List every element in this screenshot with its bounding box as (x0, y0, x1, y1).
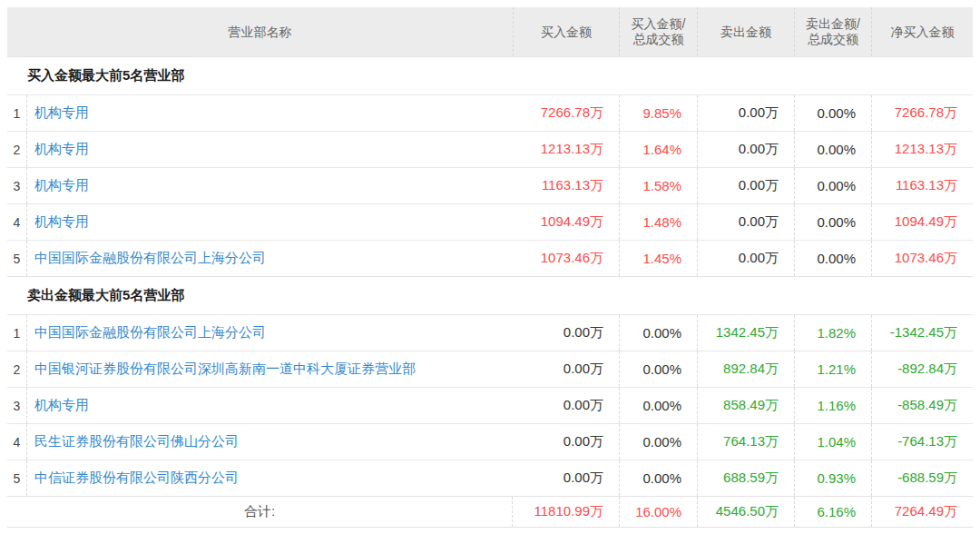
rank-number: 5 (7, 241, 27, 276)
branch-name-link[interactable]: 机构专用 (27, 397, 513, 414)
cell-net-amount: 1213.13万 (871, 132, 973, 167)
table-row: 4 民生证券股份有限公司佛山分公司 0.00万 0.00% 764.13万 1.… (7, 423, 973, 460)
cell-sell-amount: 0.00万 (697, 95, 794, 131)
section-header-row: 卖出金额最大前5名营业部 (7, 276, 973, 314)
table-row: 1 机构专用 7266.78万 9.85% 0.00万 0.00% 7266.7… (7, 94, 973, 131)
column-header-buy_pct: 买入金额/总成交额 (619, 7, 697, 56)
cell-net-amount: 1094.49万 (871, 204, 973, 240)
cell-sell-amount: 858.49万 (697, 388, 794, 423)
table-row: 2 机构专用 1213.13万 1.64% 0.00万 0.00% 1213.1… (7, 131, 973, 167)
cell-sell-ratio: 1.04% (794, 424, 871, 460)
cell-sell-amount: 0.00万 (697, 132, 794, 167)
cell-sell-ratio: 0.93% (794, 460, 871, 496)
rank-number: 3 (7, 388, 27, 423)
cell-sell-ratio: 0.00% (794, 168, 871, 203)
cell-buy-ratio: 9.85% (619, 95, 697, 131)
cell-buy-amount: 0.00万 (513, 388, 619, 423)
cell-buy-amount: 1073.46万 (513, 241, 619, 276)
cell-net-amount: -764.13万 (871, 424, 973, 460)
cell-sell-amount: 0.00万 (697, 241, 794, 276)
cell-buy-ratio: 0.00% (619, 460, 697, 496)
cell-sell-ratio: 1.16% (794, 388, 871, 423)
cell-sell-amount: 892.84万 (697, 351, 794, 387)
table-row: 5 中国国际金融股份有限公司上海分公司 1073.46万 1.45% 0.00万… (7, 240, 973, 276)
cell-buy-ratio: 1.64% (619, 132, 697, 167)
cell-buy-amount: 1094.49万 (513, 204, 619, 240)
cell-net-amount: -858.49万 (871, 388, 973, 423)
cell-sell-amount: 764.13万 (697, 424, 794, 460)
cell-sell-ratio: 0.00% (794, 204, 871, 240)
cell-sell-ratio: 1.21% (794, 351, 871, 387)
cell-sell-amount: 0.00万 (697, 204, 794, 240)
cell-net-amount: 7266.78万 (871, 95, 973, 131)
branch-name-link[interactable]: 机构专用 (27, 104, 513, 122)
table-row: 5 中信证券股份有限公司陕西分公司 0.00万 0.00% 688.59万 0.… (7, 460, 973, 496)
table-header-row: 营业部名称 买入金额买入金额/总成交额卖出金额卖出金额/总成交额净买入金额 (7, 7, 973, 56)
cell-sell-amount: 0.00万 (697, 168, 794, 203)
column-header-branch-name: 营业部名称 (7, 7, 513, 56)
branch-name-link[interactable]: 中国银河证券股份有限公司深圳高新南一道中科大厦证券营业部 (27, 361, 513, 378)
rank-number: 4 (7, 204, 27, 240)
rank-number: 4 (7, 424, 27, 460)
cell-sell-ratio: 0.00% (794, 95, 871, 131)
cell-buy-ratio: 0.00% (619, 424, 697, 460)
branch-name-link[interactable]: 民生证券股份有限公司佛山分公司 (27, 433, 513, 450)
rank-number: 5 (7, 460, 27, 496)
cell-buy-ratio: 0.00% (619, 315, 697, 351)
cell-buy-amount: 0.00万 (513, 424, 619, 460)
table-row: 4 机构专用 1094.49万 1.48% 0.00万 0.00% 1094.4… (7, 203, 973, 240)
cell-buy-amount: 0.00万 (513, 315, 619, 351)
cell-sell-amount-total: 4546.50万 (697, 497, 794, 527)
branch-name-link[interactable]: 中国国际金融股份有限公司上海分公司 (27, 324, 513, 341)
broker-branch-table: 营业部名称 买入金额买入金额/总成交额卖出金额卖出金额/总成交额净买入金额 买入… (7, 7, 973, 528)
cell-buy-ratio: 1.48% (619, 204, 697, 240)
section-title: 卖出金额最大前5名营业部 (7, 287, 973, 304)
table-body: 买入金额最大前5名营业部 1 机构专用 7266.78万 9.85% 0.00万… (7, 56, 973, 527)
cell-sell-amount: 688.59万 (697, 460, 794, 496)
rank-number: 3 (7, 168, 27, 203)
column-header-buy: 买入金额 (513, 7, 619, 56)
branch-name-link[interactable]: 机构专用 (27, 177, 513, 194)
column-header-sell_pct: 卖出金额/总成交额 (794, 7, 871, 56)
branch-name-link[interactable]: 中信证券股份有限公司陕西分公司 (27, 470, 513, 487)
cell-sell-ratio: 0.00% (794, 132, 871, 167)
cell-sell-ratio: 0.00% (794, 241, 871, 276)
cell-buy-amount: 7266.78万 (513, 95, 619, 131)
cell-buy-ratio: 1.58% (619, 168, 697, 203)
branch-name-link[interactable]: 机构专用 (27, 141, 513, 158)
cell-net-amount: 1163.13万 (871, 168, 973, 203)
table-row: 3 机构专用 1163.13万 1.58% 0.00万 0.00% 1163.1… (7, 167, 973, 203)
cell-sell-ratio: 1.82% (794, 315, 871, 351)
section-title: 买入金额最大前5名营业部 (7, 67, 973, 84)
cell-buy-amount: 0.00万 (513, 351, 619, 387)
column-header-sell: 卖出金额 (697, 7, 794, 56)
cell-sell-ratio-total: 6.16% (794, 497, 871, 527)
branch-name-link[interactable]: 机构专用 (27, 213, 513, 231)
table-row: 1 中国国际金融股份有限公司上海分公司 0.00万 0.00% 1342.45万… (7, 314, 973, 351)
cell-net-amount: -1342.45万 (871, 315, 973, 351)
cell-sell-amount: 1342.45万 (697, 315, 794, 351)
cell-buy-ratio: 0.00% (619, 351, 697, 387)
cell-buy-amount: 1213.13万 (513, 132, 619, 167)
cell-buy-amount: 0.00万 (513, 460, 619, 496)
broker-branch-ranking-panel: 营业部名称 买入金额买入金额/总成交额卖出金额卖出金额/总成交额净买入金额 买入… (0, 0, 980, 534)
total-label: 合计: (7, 497, 513, 527)
cell-net-amount: -688.59万 (871, 460, 973, 496)
cell-buy-amount: 1163.13万 (513, 168, 619, 203)
section-header-row: 买入金额最大前5名营业部 (7, 56, 973, 94)
cell-net-amount: -892.84万 (871, 351, 973, 387)
column-header-net: 净买入金额 (871, 7, 973, 56)
table-row: 2 中国银河证券股份有限公司深圳高新南一道中科大厦证券营业部 0.00万 0.0… (7, 351, 973, 387)
branch-name-link[interactable]: 中国国际金融股份有限公司上海分公司 (27, 250, 513, 267)
cell-net-amount: 1073.46万 (871, 241, 973, 276)
total-row: 合计: 11810.99万 16.00% 4546.50万 6.16% 7264… (7, 496, 973, 527)
cell-buy-amount-total: 11810.99万 (513, 497, 619, 527)
rank-number: 2 (7, 351, 27, 387)
cell-buy-ratio-total: 16.00% (619, 497, 697, 527)
cell-net-amount-total: 7264.49万 (871, 497, 973, 527)
cell-buy-ratio: 0.00% (619, 388, 697, 423)
rank-number: 1 (7, 315, 27, 351)
rank-number: 2 (7, 132, 27, 167)
rank-number: 1 (7, 95, 27, 131)
cell-buy-ratio: 1.45% (619, 241, 697, 276)
